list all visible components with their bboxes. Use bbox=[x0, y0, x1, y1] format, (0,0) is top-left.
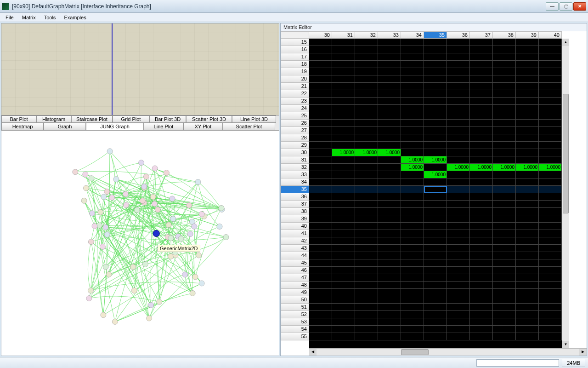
cell-51-33[interactable] bbox=[378, 304, 401, 311]
cell-15-36[interactable] bbox=[447, 39, 470, 46]
tab-staircase-plot[interactable]: Staircase Plot bbox=[71, 115, 113, 123]
cell-20-38[interactable] bbox=[493, 75, 516, 83]
row-header-52[interactable]: 52 bbox=[281, 311, 309, 318]
cell-15-32[interactable] bbox=[355, 39, 378, 46]
col-header-32[interactable]: 32 bbox=[355, 31, 378, 39]
cell-17-38[interactable] bbox=[493, 53, 516, 61]
cell-48-35[interactable] bbox=[424, 282, 447, 289]
cell-33-32[interactable] bbox=[355, 171, 378, 178]
cell-26-31[interactable] bbox=[332, 120, 355, 127]
cell-50-35[interactable] bbox=[424, 296, 447, 304]
cell-19-31[interactable] bbox=[332, 68, 355, 75]
cell-29-39[interactable] bbox=[516, 142, 539, 149]
cell-39-32[interactable] bbox=[355, 215, 378, 223]
cell-45-33[interactable] bbox=[378, 259, 401, 267]
cell-27-38[interactable] bbox=[493, 127, 516, 134]
menu-file[interactable]: File bbox=[2, 14, 17, 21]
close-button[interactable]: ✕ bbox=[573, 2, 586, 11]
cell-28-40[interactable] bbox=[539, 134, 562, 142]
cell-36-37[interactable] bbox=[470, 193, 493, 201]
cell-47-34[interactable] bbox=[401, 274, 424, 282]
cell-30-35[interactable] bbox=[424, 149, 447, 156]
cell-39-33[interactable] bbox=[378, 215, 401, 223]
cell-24-36[interactable] bbox=[447, 105, 470, 112]
cell-16-35[interactable] bbox=[424, 46, 447, 53]
cell-30-31[interactable]: 1.0000 bbox=[332, 149, 355, 156]
row-header-45[interactable]: 45 bbox=[281, 259, 309, 267]
cell-49-40[interactable] bbox=[539, 289, 562, 296]
cell-34-34[interactable] bbox=[401, 178, 424, 186]
cell-20-39[interactable] bbox=[516, 75, 539, 83]
tab-line-plot[interactable]: Line Plot bbox=[144, 123, 183, 130]
tab-scatter-plot-3d[interactable]: Scatter Plot 3D bbox=[186, 115, 232, 123]
cell-18-33[interactable] bbox=[378, 61, 401, 68]
graph-canvas[interactable]: GenericMatrix2D bbox=[1, 131, 279, 356]
cell-21-36[interactable] bbox=[447, 83, 470, 90]
cell-23-31[interactable] bbox=[332, 98, 355, 105]
row-header-29[interactable]: 29 bbox=[281, 142, 309, 149]
cell-46-35[interactable] bbox=[424, 267, 447, 274]
cell-26-38[interactable] bbox=[493, 120, 516, 127]
cell-48-39[interactable] bbox=[516, 282, 539, 289]
cell-47-30[interactable] bbox=[309, 274, 332, 282]
cell-23-38[interactable] bbox=[493, 98, 516, 105]
cell-24-30[interactable] bbox=[309, 105, 332, 112]
cell-21-40[interactable] bbox=[539, 83, 562, 90]
cell-26-30[interactable] bbox=[309, 120, 332, 127]
cell-53-33[interactable] bbox=[378, 318, 401, 326]
cell-18-31[interactable] bbox=[332, 61, 355, 68]
cell-22-32[interactable] bbox=[355, 90, 378, 98]
cell-47-37[interactable] bbox=[470, 274, 493, 282]
cell-37-36[interactable] bbox=[447, 201, 470, 208]
cell-38-32[interactable] bbox=[355, 208, 378, 215]
cell-20-36[interactable] bbox=[447, 75, 470, 83]
cell-52-33[interactable] bbox=[378, 311, 401, 318]
cell-47-40[interactable] bbox=[539, 274, 562, 282]
cell-37-40[interactable] bbox=[539, 201, 562, 208]
cell-35-37[interactable] bbox=[470, 186, 493, 193]
cell-50-30[interactable] bbox=[309, 296, 332, 304]
cell-53-32[interactable] bbox=[355, 318, 378, 326]
cell-28-36[interactable] bbox=[447, 134, 470, 142]
tab-scatter-plot[interactable]: Scatter Plot bbox=[223, 123, 275, 130]
cell-47-33[interactable] bbox=[378, 274, 401, 282]
cell-31-35[interactable]: 1.0000 bbox=[424, 156, 447, 164]
cell-42-35[interactable] bbox=[424, 237, 447, 245]
row-header-49[interactable]: 49 bbox=[281, 289, 309, 296]
row-header-21[interactable]: 21 bbox=[281, 83, 309, 90]
cell-31-38[interactable] bbox=[493, 156, 516, 164]
cell-48-31[interactable] bbox=[332, 282, 355, 289]
cell-24-34[interactable] bbox=[401, 105, 424, 112]
cell-49-37[interactable] bbox=[470, 289, 493, 296]
cell-42-36[interactable] bbox=[447, 237, 470, 245]
row-header-17[interactable]: 17 bbox=[281, 53, 309, 61]
cell-27-40[interactable] bbox=[539, 127, 562, 134]
cell-22-36[interactable] bbox=[447, 90, 470, 98]
cell-35-32[interactable] bbox=[355, 186, 378, 193]
row-header-50[interactable]: 50 bbox=[281, 296, 309, 304]
cell-53-37[interactable] bbox=[470, 318, 493, 326]
cell-44-30[interactable] bbox=[309, 252, 332, 259]
cell-54-30[interactable] bbox=[309, 326, 332, 333]
cell-40-34[interactable] bbox=[401, 223, 424, 230]
cell-49-30[interactable] bbox=[309, 289, 332, 296]
cell-48-34[interactable] bbox=[401, 282, 424, 289]
cell-15-33[interactable] bbox=[378, 39, 401, 46]
cell-33-30[interactable] bbox=[309, 171, 332, 178]
cell-38-34[interactable] bbox=[401, 208, 424, 215]
row-header-39[interactable]: 39 bbox=[281, 215, 309, 223]
row-header-32[interactable]: 32 bbox=[281, 164, 309, 171]
cell-40-36[interactable] bbox=[447, 223, 470, 230]
cell-47-38[interactable] bbox=[493, 274, 516, 282]
cell-33-34[interactable] bbox=[401, 171, 424, 178]
cell-44-38[interactable] bbox=[493, 252, 516, 259]
scroll-down-icon[interactable]: ▼ bbox=[562, 341, 569, 348]
cell-52-36[interactable] bbox=[447, 311, 470, 318]
menu-examples[interactable]: Examples bbox=[60, 14, 90, 21]
cell-35-31[interactable] bbox=[332, 186, 355, 193]
cell-55-38[interactable] bbox=[493, 333, 516, 340]
cell-43-38[interactable] bbox=[493, 245, 516, 252]
cell-51-36[interactable] bbox=[447, 304, 470, 311]
cell-52-31[interactable] bbox=[332, 311, 355, 318]
row-header-37[interactable]: 37 bbox=[281, 201, 309, 208]
